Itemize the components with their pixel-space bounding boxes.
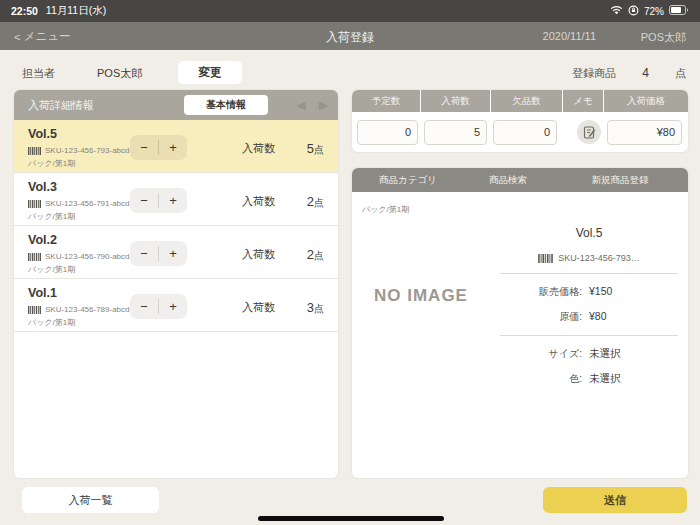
item-name: Vol.3 xyxy=(28,180,57,194)
item-category: バック/第1期 xyxy=(28,158,75,169)
color-row: 色: 未選択 xyxy=(500,372,678,386)
size-label: サイズ: xyxy=(500,347,582,361)
item-count: 2点 xyxy=(307,192,324,210)
minus-button[interactable]: − xyxy=(130,241,158,266)
item-category: バック/第1期 xyxy=(28,317,75,328)
memo-icon xyxy=(583,126,596,139)
staff-name: POS太郎 xyxy=(97,66,142,81)
entry-panel: 予定数 入荷数 欠品数 メモ 入荷価格 xyxy=(352,90,688,152)
arrival-list-button[interactable]: 入荷一覧 xyxy=(22,487,159,513)
col-missing-qty: 欠品数 xyxy=(491,90,563,112)
nav-user: POS太郎 xyxy=(641,30,686,45)
item-count: 2点 xyxy=(307,245,324,263)
missing-qty-input[interactable] xyxy=(493,120,557,145)
basic-info-button[interactable]: 基本情報 xyxy=(184,95,268,115)
item-sku: SKU-123-456-789-abcd xyxy=(28,305,130,314)
qty-label: 入荷数 xyxy=(242,300,275,315)
item-count: 3点 xyxy=(307,298,324,316)
col-received-qty: 入荷数 xyxy=(421,90,491,112)
nav-bar: < メニュー 入荷登録 2020/11/11 POS太郎 xyxy=(0,22,700,50)
change-staff-button[interactable]: 変更 xyxy=(178,61,242,84)
memo-button[interactable] xyxy=(577,120,601,144)
sale-price-row: 販売価格: ¥150 xyxy=(500,285,678,299)
list-item[interactable]: Vol.1 SKU-123-456-789-abcd バック/第1期 − + 入… xyxy=(14,279,338,332)
price-input[interactable] xyxy=(607,120,682,145)
detail-panel-header: 入荷詳細情報 基本情報 ◀ ▶ xyxy=(14,90,338,120)
product-panel: 商品カテゴリ 商品検索 新規商品登録 バック/第1期 NO IMAGE Vol.… xyxy=(352,168,688,478)
quantity-stepper: − + xyxy=(130,241,187,266)
list-item[interactable]: Vol.3 SKU-123-456-791-abcd バック/第1期 − + 入… xyxy=(14,173,338,226)
item-category: バック/第1期 xyxy=(28,264,75,275)
color-label: 色: xyxy=(500,372,582,386)
entry-header: 予定数 入荷数 欠品数 メモ 入荷価格 xyxy=(352,90,688,112)
product-sku: SKU-123-456-793… xyxy=(500,253,678,263)
quantity-stepper: − + xyxy=(130,135,187,160)
entry-inputs-row xyxy=(352,112,688,152)
battery-icon xyxy=(669,5,689,17)
orientation-lock-icon xyxy=(628,5,639,18)
tab-product-category[interactable]: 商品カテゴリ xyxy=(352,168,464,192)
tab-new-product[interactable]: 新規商品登録 xyxy=(552,168,688,192)
item-sku: SKU-123-456-793-abcd xyxy=(28,146,130,155)
home-indicator[interactable] xyxy=(258,516,444,521)
list-item[interactable]: Vol.5 SKU-123-456-793-abcd バック/第1期 − + 入… xyxy=(14,120,338,173)
staff-label: 担当者 xyxy=(22,66,55,81)
size-row: サイズ: 未選択 xyxy=(500,347,678,361)
registered-count-group: 登録商品 4 点 xyxy=(572,66,686,81)
item-sku: SKU-123-456-791-abcd xyxy=(28,199,130,208)
registered-unit: 点 xyxy=(675,66,686,81)
status-date: 11月11日(水) xyxy=(46,4,106,18)
wifi-icon xyxy=(610,5,623,17)
cost-label: 原価: xyxy=(500,310,582,324)
plus-button[interactable]: + xyxy=(159,188,187,213)
col-memo: メモ xyxy=(563,90,604,112)
minus-button[interactable]: − xyxy=(130,135,158,160)
list-item[interactable]: Vol.2 SKU-123-456-790-abcd バック/第1期 − + 入… xyxy=(14,226,338,279)
cost-value: ¥80 xyxy=(589,310,607,322)
barcode-icon xyxy=(28,200,41,208)
size-value: 未選択 xyxy=(589,347,621,361)
col-planned-qty: 予定数 xyxy=(352,90,421,112)
qty-label: 入荷数 xyxy=(242,247,275,262)
color-value: 未選択 xyxy=(589,372,621,386)
registered-label: 登録商品 xyxy=(572,66,616,81)
barcode-icon xyxy=(28,306,41,314)
cost-row: 原価: ¥80 xyxy=(500,310,678,324)
next-page-icon[interactable]: ▶ xyxy=(319,99,328,111)
planned-qty-input[interactable] xyxy=(357,120,418,145)
minus-button[interactable]: − xyxy=(130,188,158,213)
barcode-icon xyxy=(538,254,553,263)
detail-panel-title: 入荷詳細情報 xyxy=(28,98,94,113)
item-name: Vol.2 xyxy=(28,233,57,247)
nav-date: 2020/11/11 xyxy=(543,30,596,42)
detail-divider xyxy=(500,273,678,274)
arrival-detail-panel: 入荷詳細情報 基本情報 ◀ ▶ Vol.5 SKU-123-456-793-ab… xyxy=(14,90,338,478)
tab-product-search[interactable]: 商品検索 xyxy=(464,168,552,192)
submit-button[interactable]: 送信 xyxy=(543,487,687,513)
product-tabs: 商品カテゴリ 商品検索 新規商品登録 xyxy=(352,168,688,192)
registered-count: 4 xyxy=(642,66,649,80)
plus-button[interactable]: + xyxy=(159,241,187,266)
minus-button[interactable]: − xyxy=(130,294,158,319)
clock: 22:50 xyxy=(11,5,38,17)
col-price: 入荷価格 xyxy=(604,90,688,112)
quantity-stepper: − + xyxy=(130,294,187,319)
plus-button[interactable]: + xyxy=(159,135,187,160)
plus-button[interactable]: + xyxy=(159,294,187,319)
barcode-icon xyxy=(28,253,41,261)
battery-percent: 72% xyxy=(644,6,664,17)
detail-divider xyxy=(500,335,678,336)
qty-label: 入荷数 xyxy=(242,194,275,209)
quantity-stepper: − + xyxy=(130,188,187,213)
status-bar: 22:50 11月11日(水) 72% xyxy=(0,0,700,22)
product-name: Vol.5 xyxy=(500,226,678,240)
received-qty-input[interactable] xyxy=(424,120,487,145)
item-name: Vol.1 xyxy=(28,286,57,300)
barcode-icon xyxy=(28,147,41,155)
item-category: バック/第1期 xyxy=(28,211,75,222)
item-sku: SKU-123-456-790-abcd xyxy=(28,252,130,261)
prev-page-icon[interactable]: ◀ xyxy=(297,99,306,111)
sale-price-label: 販売価格: xyxy=(500,285,582,299)
sale-price-value: ¥150 xyxy=(589,285,612,297)
category-path: バック/第1期 xyxy=(362,204,409,215)
